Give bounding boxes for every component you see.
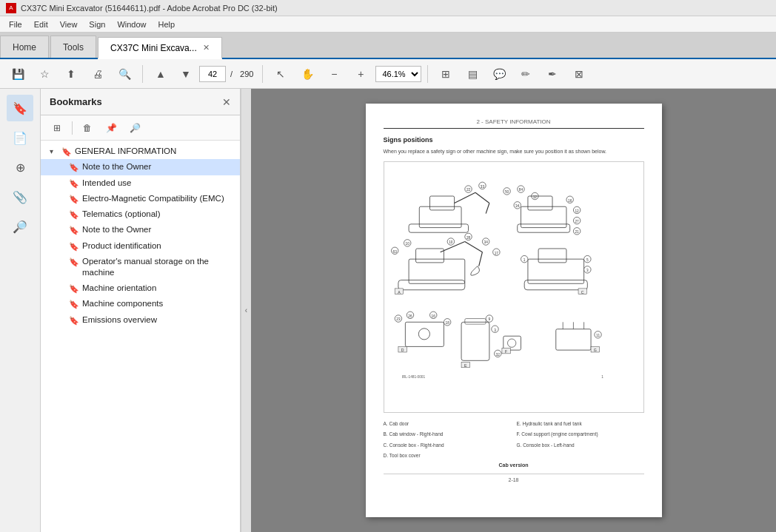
bookmark-add-btn[interactable]: 📌 [101, 119, 121, 137]
tab-bar: Home Tools CX37C Mini Excava... ✕ [0, 33, 776, 59]
page-separator: / [230, 70, 233, 78]
pdf-diagram: 22 33 50 84 12 [384, 161, 644, 413]
menu-edit[interactable]: Edit [28, 18, 54, 30]
bookmark-item-product-id[interactable]: 🔖 Product identification [41, 238, 240, 254]
bookmark-label-note-owner-2: Note to the Owner [82, 224, 151, 235]
menu-help[interactable]: Help [153, 18, 181, 30]
bookmark-label-emissions: Emissions overview [82, 314, 157, 326]
save-button[interactable]: 💾 [6, 64, 30, 84]
bookmark-item-intended-use[interactable]: 🔖 Intended use [41, 175, 240, 191]
tab-home[interactable]: Home [0, 36, 49, 58]
tab-home-label: Home [13, 42, 36, 53]
panel-icon-pages[interactable]: 📄 [7, 124, 33, 151]
pdf-area[interactable]: 2 - SAFETY INFORMATION Signs positions W… [251, 89, 776, 532]
page-down-button[interactable]: ▼ [174, 64, 198, 84]
svg-text:23: 23 [396, 317, 401, 321]
window-title: CX37C Mini Excavator (51644611).pdf - Ad… [21, 4, 278, 13]
svg-rect-86 [555, 329, 590, 350]
fit-page-button[interactable]: ⊞ [434, 64, 458, 84]
menu-sign[interactable]: Sign [83, 18, 111, 30]
tab-document[interactable]: CX37C Mini Excava... ✕ [98, 37, 222, 59]
bookmark-label-product-id: Product identification [82, 240, 161, 252]
collapse-handle[interactable]: ‹ [241, 89, 251, 532]
bookmark-delete-btn[interactable]: 🗑 [77, 119, 98, 137]
caption-item-g: G. Console box - Left-hand [517, 442, 644, 449]
page-number-input[interactable]: 42 [199, 66, 226, 82]
select-tool-button[interactable]: ↖ [269, 64, 292, 84]
zoom-in-button[interactable]: + [349, 64, 372, 84]
caption-item-e: E. Hydraulic tank and fuel tank [517, 420, 644, 428]
bookmark-item-note-owner-2[interactable]: 🔖 Note to the Owner [41, 222, 240, 238]
search-button[interactable]: 🔍 [113, 64, 136, 84]
svg-text:18: 18 [445, 321, 449, 325]
bookmark-item-machine-comp[interactable]: 🔖 Machine components [41, 296, 240, 312]
subitem-bookmark-icon-5: 🔖 [69, 224, 79, 235]
pdf-page-header: 2 - SAFETY INFORMATION [384, 118, 644, 129]
hand-tool-button[interactable]: ✋ [295, 64, 319, 84]
diagram-svg: 22 33 50 84 12 [384, 162, 643, 412]
zoom-out-button[interactable]: − [322, 64, 346, 84]
svg-text:21: 21 [575, 230, 579, 234]
subitem-bookmark-icon-9: 🔖 [69, 298, 79, 309]
bookmark-item-operators-manual[interactable]: 🔖 Operator's manual storage on the machi… [41, 254, 240, 280]
svg-rect-17 [527, 196, 552, 210]
svg-text:22: 22 [466, 188, 470, 192]
tab-tools-label: Tools [63, 42, 84, 53]
panel-icon-layers[interactable]: ⊕ [7, 154, 33, 181]
comment-button[interactable]: 💬 [487, 64, 511, 84]
bookmark-expand-btn[interactable]: ⊞ [47, 119, 67, 137]
highlight-button[interactable]: ✏ [514, 64, 538, 84]
stamp-button[interactable]: ⊠ [567, 64, 591, 84]
panel-icon-bookmarks[interactable]: 🔖 [7, 95, 33, 121]
pen-button[interactable]: ✒ [541, 64, 564, 84]
bookmark-find-btn[interactable]: 🔎 [124, 119, 145, 137]
tab-tools[interactable]: Tools [50, 36, 96, 58]
bookmark-item-emc[interactable]: 🔖 Electro-Magnetic Compatibility (EMC) [41, 191, 240, 206]
subitem-bookmark-icon-7: 🔖 [69, 256, 79, 267]
bookmark-item-emissions[interactable]: 🔖 Emissions overview [41, 312, 240, 328]
print-button[interactable]: 🖨 [86, 64, 110, 84]
svg-text:10: 10 [405, 242, 409, 246]
bookmark-item-note-owner-1[interactable]: 🔖 Note to the Owner [41, 159, 240, 175]
group-label: GENERAL INFORMATION [75, 146, 234, 157]
scroll-mode-button[interactable]: ▤ [461, 64, 484, 84]
svg-text:10: 10 [449, 240, 453, 244]
bookmark-item-telematics[interactable]: 🔖 Telematics (optional) [41, 206, 240, 222]
menu-window[interactable]: Window [111, 18, 152, 30]
menu-file[interactable]: File [3, 18, 28, 30]
svg-text:11: 11 [595, 334, 600, 337]
svg-rect-30 [415, 249, 444, 263]
caption-item-b: B. Cab window - Right-hand [384, 431, 511, 438]
svg-text:17: 17 [494, 251, 498, 255]
collapse-icon: ‹ [245, 306, 247, 314]
svg-line-32 [464, 241, 482, 252]
main-area: 🔖 📄 ⊕ 📎 🔎 Bookmarks ✕ ⊞ 🗑 📌 🔎 ▾ 🔖 GENERA… [0, 89, 776, 532]
panel-icon-attachments[interactable]: 📎 [7, 183, 33, 210]
bookmark-group-general[interactable]: ▾ 🔖 GENERAL INFORMATION [41, 144, 240, 159]
svg-text:63: 63 [392, 249, 397, 253]
panel-icon-find[interactable]: 🔎 [7, 213, 33, 240]
left-panel: 🔖 📄 ⊕ 📎 🔎 [0, 89, 41, 532]
upload-button[interactable]: ⬆ [59, 64, 83, 84]
svg-line-3 [475, 192, 489, 203]
toolbar-separator-2 [262, 65, 263, 83]
caption-item-c: C. Console box - Right-hand [384, 442, 511, 449]
bookmark-item-machine-orient[interactable]: 🔖 Machine orientation [41, 280, 240, 296]
bookmark-label-telematics: Telematics (optional) [82, 209, 160, 220]
tab-close-icon[interactable]: ✕ [203, 43, 210, 53]
menu-view[interactable]: View [54, 18, 84, 30]
svg-text:16: 16 [568, 198, 572, 202]
page-up-button[interactable]: ▲ [149, 64, 173, 84]
bookmarks-toolbar: ⊞ 🗑 📌 🔎 [41, 115, 240, 141]
bookmark-button[interactable]: ☆ [33, 64, 56, 84]
svg-text:9: 9 [488, 317, 490, 321]
svg-text:C: C [581, 289, 583, 294]
bookmarks-close-icon[interactable]: ✕ [222, 96, 231, 108]
bookmark-label-note-owner-1: Note to the Owner [82, 161, 151, 172]
zoom-select[interactable]: 46.1% 50% 75% 100% [375, 66, 421, 82]
svg-rect-1 [429, 196, 454, 210]
svg-rect-18 [517, 224, 569, 232]
svg-text:26: 26 [408, 314, 412, 317]
svg-text:A: A [398, 289, 401, 294]
svg-text:1: 1 [601, 375, 603, 379]
